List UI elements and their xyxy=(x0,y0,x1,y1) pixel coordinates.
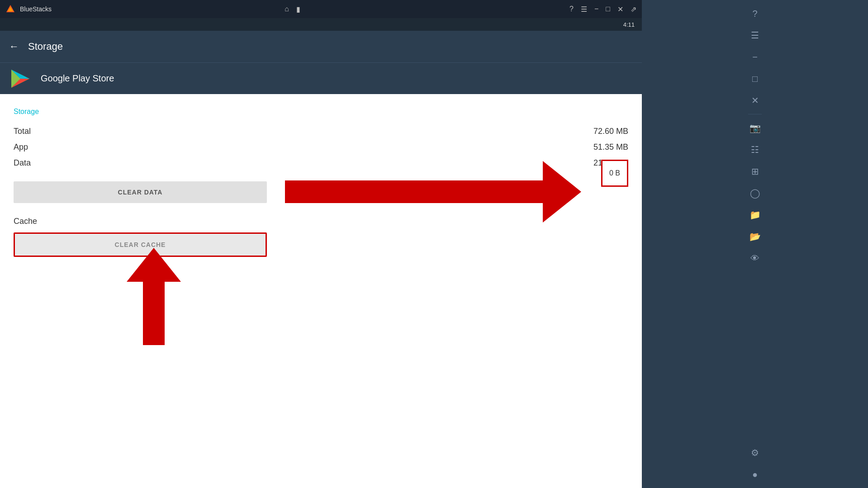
cache-row: Cache xyxy=(14,217,628,226)
data-row: Data 21.25 MB xyxy=(14,158,628,168)
up-arrow-annotation xyxy=(127,248,181,345)
play-store-icon xyxy=(9,67,32,90)
clock-time: 4:11 xyxy=(623,21,635,28)
sidebar-icon-gear[interactable]: ⚙ xyxy=(745,443,765,463)
total-label: Total xyxy=(14,127,31,136)
sidebar-icon-close[interactable]: ✕ xyxy=(745,90,765,110)
right-arrow-annotation xyxy=(285,161,581,223)
app-value: 51.35 MB xyxy=(593,142,628,152)
sidebar-icon-menu[interactable]: ☰ xyxy=(745,25,765,45)
app-label: App xyxy=(14,142,28,152)
sidebar-icon-table[interactable]: ☷ xyxy=(745,140,765,160)
sidebar-divider-1 xyxy=(748,114,762,114)
sidebar-icon-folder[interactable]: 📁 xyxy=(745,205,765,225)
data-label: Data xyxy=(14,158,31,168)
title-bar: BlueStacks ⌂ ▮ ? ☰ − □ ✕ ⇗ xyxy=(0,0,642,18)
app-name: Google Play Store xyxy=(41,73,114,84)
back-button[interactable]: ← xyxy=(9,41,19,52)
app-title: BlueStacks xyxy=(20,5,280,13)
layers-icon[interactable]: ▮ xyxy=(296,5,300,14)
menu-icon[interactable]: ☰ xyxy=(581,5,587,14)
clear-cache-button[interactable]: CLEAR CACHE xyxy=(14,232,267,257)
storage-header: ← Storage xyxy=(0,31,642,62)
cache-label: Cache xyxy=(14,217,37,226)
page-title: Storage xyxy=(28,41,63,52)
sidebar-icon-settings[interactable]: ● xyxy=(745,464,765,484)
content-area: Storage Total 72.60 MB App 51.35 MB Data… xyxy=(0,94,642,488)
clock-bar: 4:11 xyxy=(0,18,642,31)
title-bar-icons: ⌂ ▮ xyxy=(285,5,300,14)
right-sidebar: ? ☰ − □ ✕ 📷 ☷ ⊞ ◯ 📁 📂 👁 ⚙ ● xyxy=(642,0,868,488)
sidebar-icon-question[interactable]: ? xyxy=(745,4,765,24)
annotation-overlay: 0 B xyxy=(0,94,642,488)
maximize-icon[interactable]: □ xyxy=(606,5,610,13)
bluestacks-logo xyxy=(5,4,15,14)
section-title: Storage xyxy=(14,108,628,116)
window-controls: ? ☰ − □ ✕ ⇗ xyxy=(569,5,636,14)
help-icon[interactable]: ? xyxy=(569,5,574,13)
sidebar-icon-folder-alt[interactable]: 📂 xyxy=(745,227,765,246)
total-value: 72.60 MB xyxy=(593,127,628,136)
total-row: Total 72.60 MB xyxy=(14,127,628,136)
sidebar-icon-restore[interactable]: □ xyxy=(745,69,765,89)
app-row: App 51.35 MB xyxy=(14,142,628,152)
bluestacks-window: BlueStacks ⌂ ▮ ? ☰ − □ ✕ ⇗ 4:11 ← Storag… xyxy=(0,0,642,488)
expand-icon[interactable]: ⇗ xyxy=(631,5,636,14)
app-info-header: Google Play Store xyxy=(0,62,642,94)
minimize-icon[interactable]: − xyxy=(594,5,598,13)
sidebar-icon-table-alt[interactable]: ⊞ xyxy=(745,161,765,181)
sidebar-icon-camera[interactable]: 📷 xyxy=(745,118,765,138)
sidebar-icon-eye[interactable]: 👁 xyxy=(745,248,765,268)
home-icon[interactable]: ⌂ xyxy=(285,5,289,13)
sidebar-icon-user[interactable]: ◯ xyxy=(745,183,765,203)
android-area: ← Storage Google Play Store Storage Tota… xyxy=(0,31,642,488)
sidebar-icon-minimize[interactable]: − xyxy=(745,47,765,67)
data-value: 21.25 MB xyxy=(593,158,628,168)
clear-data-button[interactable]: CLEAR DATA xyxy=(14,181,267,203)
close-icon[interactable]: ✕ xyxy=(617,5,623,14)
